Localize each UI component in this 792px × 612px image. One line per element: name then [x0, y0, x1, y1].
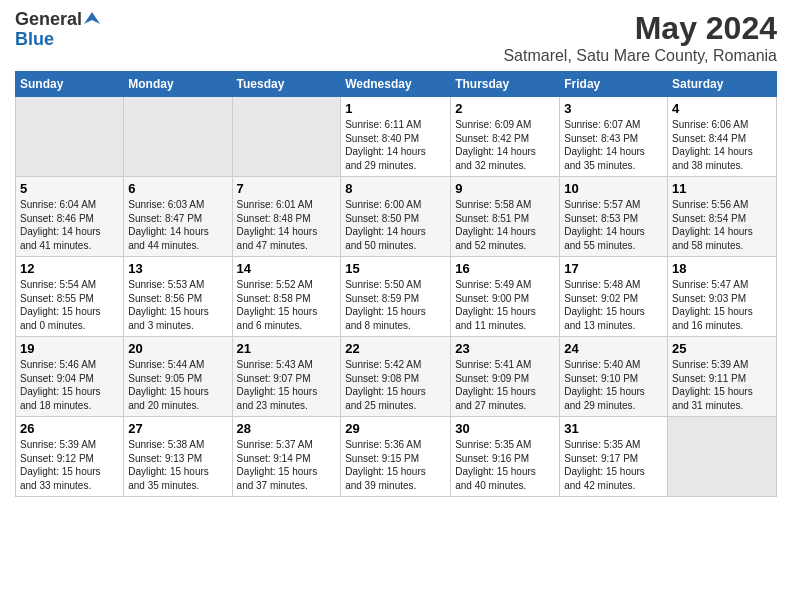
calendar-cell: 12Sunrise: 5:54 AM Sunset: 8:55 PM Dayli… [16, 257, 124, 337]
day-info: Sunrise: 5:50 AM Sunset: 8:59 PM Dayligh… [345, 278, 446, 332]
day-number: 23 [455, 341, 555, 356]
calendar-cell: 5Sunrise: 6:04 AM Sunset: 8:46 PM Daylig… [16, 177, 124, 257]
calendar-cell: 28Sunrise: 5:37 AM Sunset: 9:14 PM Dayli… [232, 417, 341, 497]
day-info: Sunrise: 6:00 AM Sunset: 8:50 PM Dayligh… [345, 198, 446, 252]
day-info: Sunrise: 6:04 AM Sunset: 8:46 PM Dayligh… [20, 198, 119, 252]
day-info: Sunrise: 6:11 AM Sunset: 8:40 PM Dayligh… [345, 118, 446, 172]
day-info: Sunrise: 5:48 AM Sunset: 9:02 PM Dayligh… [564, 278, 663, 332]
logo-general-text: General [15, 10, 82, 30]
calendar-table: SundayMondayTuesdayWednesdayThursdayFrid… [15, 71, 777, 497]
day-info: Sunrise: 5:42 AM Sunset: 9:08 PM Dayligh… [345, 358, 446, 412]
day-info: Sunrise: 5:37 AM Sunset: 9:14 PM Dayligh… [237, 438, 337, 492]
logo-bird-icon [84, 10, 100, 26]
page-header: General Blue May 2024 Satmarel, Satu Mar… [15, 10, 777, 65]
day-number: 26 [20, 421, 119, 436]
calendar-cell: 1Sunrise: 6:11 AM Sunset: 8:40 PM Daylig… [341, 97, 451, 177]
day-number: 17 [564, 261, 663, 276]
day-number: 22 [345, 341, 446, 356]
calendar-cell: 16Sunrise: 5:49 AM Sunset: 9:00 PM Dayli… [451, 257, 560, 337]
day-number: 29 [345, 421, 446, 436]
day-number: 11 [672, 181, 772, 196]
day-number: 14 [237, 261, 337, 276]
calendar-cell: 17Sunrise: 5:48 AM Sunset: 9:02 PM Dayli… [560, 257, 668, 337]
calendar-cell: 26Sunrise: 5:39 AM Sunset: 9:12 PM Dayli… [16, 417, 124, 497]
calendar-cell: 15Sunrise: 5:50 AM Sunset: 8:59 PM Dayli… [341, 257, 451, 337]
calendar-cell: 4Sunrise: 6:06 AM Sunset: 8:44 PM Daylig… [668, 97, 777, 177]
calendar-cell: 2Sunrise: 6:09 AM Sunset: 8:42 PM Daylig… [451, 97, 560, 177]
day-number: 28 [237, 421, 337, 436]
calendar-cell: 31Sunrise: 5:35 AM Sunset: 9:17 PM Dayli… [560, 417, 668, 497]
day-info: Sunrise: 5:46 AM Sunset: 9:04 PM Dayligh… [20, 358, 119, 412]
day-info: Sunrise: 5:39 AM Sunset: 9:12 PM Dayligh… [20, 438, 119, 492]
calendar-cell: 11Sunrise: 5:56 AM Sunset: 8:54 PM Dayli… [668, 177, 777, 257]
day-info: Sunrise: 6:03 AM Sunset: 8:47 PM Dayligh… [128, 198, 227, 252]
day-number: 25 [672, 341, 772, 356]
day-info: Sunrise: 5:53 AM Sunset: 8:56 PM Dayligh… [128, 278, 227, 332]
calendar-cell: 10Sunrise: 5:57 AM Sunset: 8:53 PM Dayli… [560, 177, 668, 257]
day-number: 6 [128, 181, 227, 196]
day-info: Sunrise: 5:57 AM Sunset: 8:53 PM Dayligh… [564, 198, 663, 252]
day-info: Sunrise: 6:01 AM Sunset: 8:48 PM Dayligh… [237, 198, 337, 252]
day-number: 3 [564, 101, 663, 116]
calendar-cell: 30Sunrise: 5:35 AM Sunset: 9:16 PM Dayli… [451, 417, 560, 497]
calendar-cell: 18Sunrise: 5:47 AM Sunset: 9:03 PM Dayli… [668, 257, 777, 337]
day-info: Sunrise: 5:43 AM Sunset: 9:07 PM Dayligh… [237, 358, 337, 412]
day-number: 24 [564, 341, 663, 356]
day-info: Sunrise: 5:35 AM Sunset: 9:17 PM Dayligh… [564, 438, 663, 492]
calendar-cell: 7Sunrise: 6:01 AM Sunset: 8:48 PM Daylig… [232, 177, 341, 257]
header-day-tuesday: Tuesday [232, 72, 341, 97]
calendar-cell [124, 97, 232, 177]
calendar-cell: 20Sunrise: 5:44 AM Sunset: 9:05 PM Dayli… [124, 337, 232, 417]
header-row: SundayMondayTuesdayWednesdayThursdayFrid… [16, 72, 777, 97]
header-day-wednesday: Wednesday [341, 72, 451, 97]
day-number: 16 [455, 261, 555, 276]
day-info: Sunrise: 5:47 AM Sunset: 9:03 PM Dayligh… [672, 278, 772, 332]
calendar-week-2: 5Sunrise: 6:04 AM Sunset: 8:46 PM Daylig… [16, 177, 777, 257]
day-number: 5 [20, 181, 119, 196]
day-number: 4 [672, 101, 772, 116]
day-info: Sunrise: 5:36 AM Sunset: 9:15 PM Dayligh… [345, 438, 446, 492]
day-number: 2 [455, 101, 555, 116]
day-number: 10 [564, 181, 663, 196]
calendar-cell: 24Sunrise: 5:40 AM Sunset: 9:10 PM Dayli… [560, 337, 668, 417]
calendar-cell: 22Sunrise: 5:42 AM Sunset: 9:08 PM Dayli… [341, 337, 451, 417]
day-info: Sunrise: 5:40 AM Sunset: 9:10 PM Dayligh… [564, 358, 663, 412]
calendar-header: SundayMondayTuesdayWednesdayThursdayFrid… [16, 72, 777, 97]
day-info: Sunrise: 5:38 AM Sunset: 9:13 PM Dayligh… [128, 438, 227, 492]
day-number: 18 [672, 261, 772, 276]
day-info: Sunrise: 5:52 AM Sunset: 8:58 PM Dayligh… [237, 278, 337, 332]
day-number: 12 [20, 261, 119, 276]
day-number: 27 [128, 421, 227, 436]
title-area: May 2024 Satmarel, Satu Mare County, Rom… [503, 10, 777, 65]
day-info: Sunrise: 5:54 AM Sunset: 8:55 PM Dayligh… [20, 278, 119, 332]
calendar-cell: 25Sunrise: 5:39 AM Sunset: 9:11 PM Dayli… [668, 337, 777, 417]
subtitle: Satmarel, Satu Mare County, Romania [503, 47, 777, 65]
calendar-week-3: 12Sunrise: 5:54 AM Sunset: 8:55 PM Dayli… [16, 257, 777, 337]
day-number: 19 [20, 341, 119, 356]
day-info: Sunrise: 5:56 AM Sunset: 8:54 PM Dayligh… [672, 198, 772, 252]
calendar-cell: 29Sunrise: 5:36 AM Sunset: 9:15 PM Dayli… [341, 417, 451, 497]
svg-marker-0 [84, 12, 100, 24]
calendar-week-1: 1Sunrise: 6:11 AM Sunset: 8:40 PM Daylig… [16, 97, 777, 177]
day-number: 15 [345, 261, 446, 276]
logo-blue-text: Blue [15, 30, 54, 50]
day-number: 31 [564, 421, 663, 436]
day-info: Sunrise: 5:44 AM Sunset: 9:05 PM Dayligh… [128, 358, 227, 412]
calendar-week-4: 19Sunrise: 5:46 AM Sunset: 9:04 PM Dayli… [16, 337, 777, 417]
day-number: 21 [237, 341, 337, 356]
day-number: 8 [345, 181, 446, 196]
day-info: Sunrise: 5:39 AM Sunset: 9:11 PM Dayligh… [672, 358, 772, 412]
calendar-cell [668, 417, 777, 497]
calendar-cell: 21Sunrise: 5:43 AM Sunset: 9:07 PM Dayli… [232, 337, 341, 417]
day-info: Sunrise: 5:58 AM Sunset: 8:51 PM Dayligh… [455, 198, 555, 252]
calendar-cell: 6Sunrise: 6:03 AM Sunset: 8:47 PM Daylig… [124, 177, 232, 257]
calendar-cell: 14Sunrise: 5:52 AM Sunset: 8:58 PM Dayli… [232, 257, 341, 337]
calendar-cell [16, 97, 124, 177]
day-number: 20 [128, 341, 227, 356]
day-number: 13 [128, 261, 227, 276]
day-info: Sunrise: 5:41 AM Sunset: 9:09 PM Dayligh… [455, 358, 555, 412]
calendar-cell: 9Sunrise: 5:58 AM Sunset: 8:51 PM Daylig… [451, 177, 560, 257]
header-day-saturday: Saturday [668, 72, 777, 97]
day-number: 7 [237, 181, 337, 196]
header-day-thursday: Thursday [451, 72, 560, 97]
